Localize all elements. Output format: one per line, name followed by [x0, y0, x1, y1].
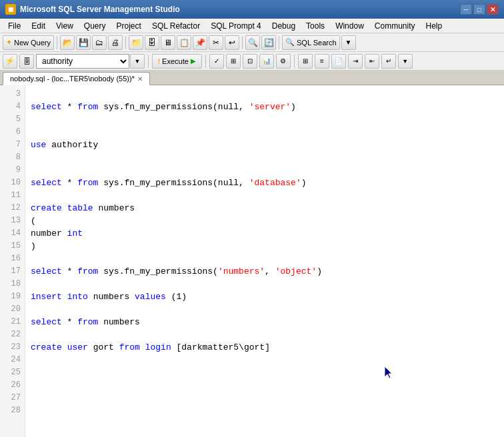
kw-user-23: user [67, 341, 88, 354]
undo-btn[interactable]: ↩ [225, 35, 239, 50]
actual-plan-btn[interactable]: ⊡ [243, 54, 257, 69]
warning-icon: ! [158, 57, 160, 65]
kw-from-23: from [119, 341, 140, 354]
plain-12a [62, 202, 67, 215]
menu-window[interactable]: Window [330, 20, 369, 32]
kw-select-10: select [31, 177, 62, 189]
find-btn[interactable]: 🔍 [245, 35, 260, 50]
new-query-button[interactable]: ✦ New Query [3, 35, 54, 50]
kw-select-21: select [31, 316, 62, 328]
menu-view[interactable]: View [51, 20, 79, 32]
plain-23c [140, 341, 145, 354]
menu-help[interactable]: Help [421, 20, 448, 32]
indent-btn[interactable]: ⇥ [348, 54, 363, 69]
maximize-button[interactable]: □ [473, 4, 485, 15]
save-all-button[interactable]: 🗂 [92, 35, 107, 50]
line-num-3: 3 [3, 88, 21, 101]
menu-debug[interactable]: Debug [267, 20, 301, 32]
separator-5 [148, 55, 149, 68]
open-button[interactable]: 📂 [60, 35, 75, 50]
print-button[interactable]: 🖨 [108, 35, 123, 50]
line-wrap-btn[interactable]: ↵ [381, 54, 396, 69]
paste-btn[interactable]: 📌 [193, 35, 207, 50]
results-file-btn[interactable]: 📄 [331, 54, 346, 69]
line-num-6: 6 [3, 126, 21, 139]
sql-search-button[interactable]: 🔍 SQL Search [282, 35, 340, 50]
save-button[interactable]: 💾 [76, 35, 91, 50]
kw-table-12: table [67, 202, 93, 215]
line-num-19: 19 [3, 290, 21, 303]
parse-btn[interactable]: ✓ [209, 54, 224, 69]
plain-14a: number [31, 227, 67, 240]
results-grid-btn[interactable]: ⊞ [298, 54, 313, 69]
plain-10b: sys.fn_my_permissions(null, [98, 177, 249, 189]
svg-marker-0 [385, 366, 392, 378]
more-btn[interactable]: ▼ [398, 54, 413, 69]
menu-bar: File Edit View Query Project SQL Refacto… [0, 19, 504, 33]
code-line-4: select * from sys.fn_my_permissions(null… [31, 101, 499, 113]
new-query-icon: ✦ [6, 38, 12, 47]
menu-sql-prompt[interactable]: SQL Prompt 4 [205, 20, 267, 32]
line-numbers: 3 4 5 6 7 8 9 10 11 12 13 14 15 16 17 18… [0, 85, 25, 437]
execute-button[interactable]: ! Execute ▶ [152, 54, 202, 69]
code-line-3 [31, 88, 499, 101]
tab-close-button[interactable]: ✕ [137, 75, 143, 83]
kw-login-23: login [145, 341, 171, 354]
sql-search-more-btn[interactable]: ▼ [341, 35, 356, 50]
line-num-5: 5 [3, 113, 21, 126]
client-stats-btn[interactable]: 📊 [259, 54, 274, 69]
plain-21a: * [62, 316, 77, 328]
plain-12b: numbers [93, 202, 135, 215]
code-line-15: ) [31, 240, 499, 252]
code-line-12: create table numbers [31, 202, 499, 215]
close-button[interactable]: ✕ [487, 4, 499, 15]
plain-17c: , [265, 265, 275, 278]
separator-3 [242, 36, 243, 49]
connect-icon[interactable]: ⚡ [3, 54, 17, 69]
line-num-20: 20 [3, 303, 21, 316]
code-editor[interactable]: 3 4 5 6 7 8 9 10 11 12 13 14 15 16 17 18… [0, 85, 504, 437]
menu-edit[interactable]: Edit [26, 20, 51, 32]
new-folder-button[interactable]: 📁 [129, 35, 143, 50]
menu-query[interactable]: Query [79, 20, 111, 32]
plain-19b: numbers [88, 290, 135, 303]
cut-btn[interactable]: ✂ [209, 35, 223, 50]
code-line-18 [31, 278, 499, 290]
menu-project[interactable]: Project [111, 20, 147, 32]
window-controls[interactable]: ─ □ ✕ [460, 4, 499, 15]
replace-btn[interactable]: 🔄 [261, 35, 276, 50]
line-num-17: 17 [3, 265, 21, 278]
menu-tools[interactable]: Tools [301, 20, 330, 32]
database-selector[interactable]: authority master msdb tempdb [36, 54, 129, 69]
tab-nobody-sql[interactable]: nobody.sql - (loc...TER5\nobody (55))* ✕ [3, 72, 150, 85]
title-bar: ▣ Microsoft SQL Server Management Studio… [0, 0, 504, 19]
code-line-6 [31, 126, 499, 139]
query-opts-btn[interactable]: ⚙ [276, 54, 291, 69]
kw-int-14: int [67, 227, 83, 240]
sql-search-label: SQL Search [297, 39, 337, 47]
menu-community[interactable]: Community [369, 20, 421, 32]
code-lines[interactable]: select * from sys.fn_my_permissions(null… [25, 85, 504, 437]
server-btn[interactable]: 🖥 [161, 35, 175, 50]
minimize-button[interactable]: ─ [460, 4, 472, 15]
code-line-28 [31, 404, 499, 417]
kw-into-19: into [67, 290, 88, 303]
copy-btn[interactable]: 📋 [177, 35, 191, 50]
menu-sql-refactor[interactable]: SQL Refactor [147, 20, 205, 32]
code-line-16 [31, 252, 499, 265]
db-icon-btn[interactable]: 🗄 [145, 35, 159, 50]
outdent-btn[interactable]: ⇤ [365, 54, 379, 69]
kw-values-19: values [135, 290, 166, 303]
plain-23a [62, 341, 67, 354]
tab-label: nobody.sql - (loc...TER5\nobody (55))* [10, 75, 135, 83]
plain-17d: ) [317, 265, 322, 278]
kw-select-4: select [31, 101, 62, 113]
plain-23b: gort [88, 341, 119, 354]
db-dropdown-btn[interactable]: ▼ [130, 54, 145, 69]
menu-file[interactable]: File [3, 20, 26, 32]
plain-10a: * [62, 177, 77, 189]
kw-from-4: from [77, 101, 98, 113]
display-plan-btn[interactable]: ⊞ [226, 54, 241, 69]
results-text-btn[interactable]: ≡ [315, 54, 329, 69]
db-icon[interactable]: 🗄 [19, 54, 34, 69]
